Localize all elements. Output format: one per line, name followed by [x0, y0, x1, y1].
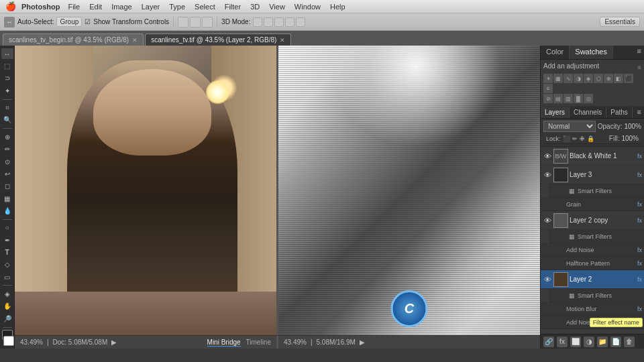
tool-gradient[interactable]: ▦ [1, 193, 13, 204]
tool-text[interactable]: T [1, 247, 13, 257]
adj-threshold[interactable]: ▥ [564, 94, 573, 103]
tool-zoom[interactable]: 🔎 [1, 313, 13, 324]
menu-select[interactable]: Select [191, 3, 219, 11]
filter-grain[interactable]: Grain fx [541, 198, 644, 211]
new-layer-btn[interactable]: 📄 [610, 337, 621, 347]
workspace-button[interactable]: Essentials [600, 17, 640, 27]
adj-invert[interactable]: ⊘ [543, 94, 553, 103]
tab-2[interactable]: scanlines_tv.tif @ 43.5% (Layer 2, RGB/8… [145, 34, 291, 46]
tool-shape[interactable]: ▭ [1, 272, 13, 282]
tool-eraser[interactable]: ◻ [1, 181, 13, 192]
menu-edit[interactable]: Edit [85, 3, 106, 11]
lock-position[interactable]: ✙ [580, 135, 585, 142]
menu-type[interactable]: Type [165, 3, 189, 11]
canvas-left[interactable] [15, 46, 276, 335]
tool-dodge[interactable]: ○ [1, 223, 13, 233]
layer-vis-2copy[interactable]: 👁 [543, 217, 552, 225]
lock-all[interactable]: 🔒 [587, 135, 594, 142]
layer-3[interactable]: 👁 Layer 3 fx [541, 166, 644, 184]
layer-mask-btn[interactable]: ⬜ [570, 337, 581, 347]
tool-pen[interactable]: ✒ [1, 235, 13, 245]
tab-1[interactable]: scanlines_tv_begin.tif @ 43.5% (RGB/8) ✕ [3, 34, 144, 46]
apple-menu[interactable]: 🍎 [5, 1, 16, 11]
tab-layers[interactable]: Layers [541, 107, 570, 118]
adj-brightness[interactable]: ☀ [543, 74, 553, 83]
tab-1-close[interactable]: ✕ [132, 37, 138, 44]
menu-file[interactable]: File [64, 3, 84, 11]
tab-color[interactable]: Color [541, 46, 570, 59]
tool-wand[interactable]: ✦ [1, 85, 13, 96]
filter-halftone-fx[interactable]: fx [637, 260, 642, 267]
menu-filter[interactable]: Filter [221, 3, 245, 11]
opacity-value[interactable]: 100% [624, 123, 641, 130]
layer-fx-2copy[interactable]: fx [637, 217, 642, 224]
adj-channelmix[interactable]: ≡ [543, 84, 553, 93]
auto-select-value[interactable]: Group [56, 17, 82, 27]
tool-path[interactable]: ◇ [1, 259, 13, 270]
transform-icon-1[interactable]: □ [178, 17, 189, 27]
smart-filters-3[interactable]: ▦ Smart Filters [549, 184, 644, 198]
adj-photo[interactable]: ⬛ [624, 74, 633, 83]
3d-icon-1[interactable] [253, 17, 262, 27]
layer-bw1[interactable]: 👁 B/W Black & White 1 fx [541, 147, 644, 166]
tool-hand[interactable]: ✋ [1, 301, 13, 312]
background-color[interactable] [3, 336, 14, 346]
adj-selectivecolor[interactable]: ◎ [584, 94, 593, 103]
transform-icon-2[interactable]: ◫ [190, 17, 201, 27]
new-group-btn[interactable]: 📁 [597, 337, 608, 347]
menu-layer[interactable]: Layer [138, 3, 164, 11]
link-layers-btn[interactable]: 🔗 [543, 337, 554, 347]
adj-bw[interactable]: ◧ [614, 74, 623, 83]
tool-stamp[interactable]: ⊙ [1, 156, 13, 167]
layer-fx-2[interactable]: fx [637, 276, 642, 283]
layer-fx-bw1[interactable]: fx [637, 153, 642, 160]
tool-lasso[interactable]: ⊃ [1, 73, 13, 84]
smart-filters-2copy[interactable]: ▦ Smart Filters [549, 230, 644, 243]
3d-icon-4[interactable] [285, 17, 294, 27]
filter-halftone[interactable]: Halftone Pattern fx [541, 257, 644, 270]
adjustment-layer-btn[interactable]: ◑ [584, 337, 594, 347]
3d-icon-2[interactable] [264, 17, 273, 27]
fill-value[interactable]: 100% [621, 135, 639, 142]
menu-image[interactable]: Image [107, 3, 136, 11]
filter-add-noise-2[interactable]: Add Noise fx Filter effect name [541, 316, 644, 329]
blend-mode-dropdown[interactable]: Normal [543, 121, 596, 132]
lock-transparent[interactable]: ⬛ [563, 135, 570, 142]
tool-blur[interactable]: 💧 [1, 205, 13, 216]
adj-colorbalance[interactable]: ⊕ [604, 74, 613, 83]
tab-swatches[interactable]: Swatches [570, 46, 613, 59]
layer-style-btn[interactable]: fx [557, 337, 568, 347]
adj-gradient[interactable]: ▓ [574, 94, 583, 103]
3d-icon-3[interactable] [274, 17, 284, 27]
layer-vis-3[interactable]: 👁 [543, 171, 552, 179]
tool-heal[interactable]: ⊕ [1, 131, 13, 142]
layer-2-copy[interactable]: 👁 Layer 2 copy fx [541, 211, 644, 230]
arrow-left[interactable]: ▶ [111, 339, 117, 346]
menu-window[interactable]: Window [290, 3, 325, 11]
filter-grain-fx[interactable]: fx [637, 201, 642, 208]
filter-motion-blur-fx[interactable]: fx [637, 306, 642, 312]
lock-image[interactable]: ✏ [572, 135, 578, 142]
tab-paths[interactable]: Paths [606, 107, 633, 118]
tool-3d[interactable]: ◈ [1, 288, 13, 299]
3d-icon-5[interactable] [296, 17, 305, 27]
menu-3d[interactable]: 3D [246, 3, 264, 11]
adj-hsl[interactable]: ⬡ [594, 74, 603, 83]
adj-curves[interactable]: ∿ [564, 74, 573, 83]
adj-vibrance[interactable]: ◈ [584, 74, 593, 83]
tool-eyedrop[interactable]: 🔍 [1, 115, 13, 125]
filter-add-noise-1[interactable]: Add Noise fx [541, 243, 644, 257]
show-transform-checkbox[interactable]: ☑ [85, 18, 91, 25]
layer-vis-2[interactable]: 👁 [543, 276, 552, 284]
tab-channels[interactable]: Channels [570, 107, 606, 118]
adj-exposure[interactable]: ◑ [574, 74, 583, 83]
tool-move[interactable]: ↔ [1, 48, 13, 59]
filter-add-noise-1-fx[interactable]: fx [637, 247, 642, 253]
adj-posterize[interactable]: ▤ [553, 94, 563, 103]
filter-motion-blur[interactable]: Motion Blur fx [541, 302, 644, 316]
layer-fx-3[interactable]: fx [637, 172, 642, 178]
canvas-right[interactable]: C [276, 46, 540, 335]
tool-history[interactable]: ↩ [1, 168, 13, 179]
layer-2[interactable]: 👁 Layer 2 fx [541, 270, 644, 289]
menu-help[interactable]: Help [326, 3, 350, 11]
